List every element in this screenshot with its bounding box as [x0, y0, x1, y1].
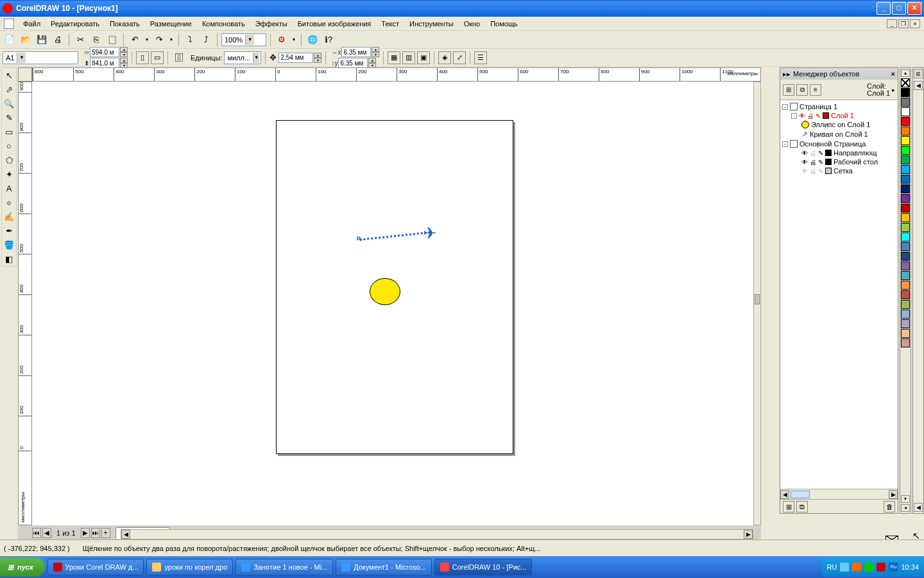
docker-options-button[interactable]: ▸ [892, 87, 895, 93]
menu-text[interactable]: Текст [376, 19, 404, 29]
tree-ellipse-row[interactable]: Эллипс on Слой 1 [782, 120, 896, 129]
taskbar-item-3[interactable]: Документ1 - Microso... [336, 559, 431, 575]
editable-icon[interactable]: ✎ [818, 159, 823, 166]
printable-icon[interactable]: 🖨 [810, 150, 816, 157]
horizontal-ruler[interactable]: 6005004003002001000100200300400500600700… [32, 67, 761, 82]
paper-size-combo[interactable]: A1 ▼ [3, 51, 78, 64]
color-swatch[interactable] [901, 175, 910, 184]
whats-this-button[interactable]: ℹ? [321, 33, 336, 47]
new-master-layer-button[interactable]: ⧉ [796, 501, 808, 512]
docker-titlebar[interactable]: ▸▸ Менеджер объектов × [780, 68, 898, 80]
layer-color-swatch[interactable] [825, 150, 832, 156]
import-button[interactable]: ⤵ [183, 33, 197, 47]
expand-icon[interactable]: - [782, 141, 788, 147]
tree-desktop-row[interactable]: 👁 🖨 ✎ Рабочий стол [782, 157, 896, 166]
color-swatch[interactable] [901, 319, 910, 328]
zoom-combo[interactable]: 100% ▼ [221, 33, 266, 46]
eyedropper-tool[interactable]: ✍ [2, 209, 16, 223]
layer-manager-view-button[interactable]: ≡ [810, 84, 821, 96]
interactive-fill-tool[interactable]: ◧ [2, 252, 16, 266]
redo-dropdown[interactable]: ▾ [168, 33, 175, 47]
language-indicator[interactable]: RU [827, 563, 837, 571]
color-swatch[interactable] [901, 155, 910, 164]
editable-icon[interactable]: ✎ [816, 112, 821, 119]
page-width-spin[interactable]: ⬄ ▴▾ [83, 47, 128, 57]
color-swatch[interactable] [901, 232, 910, 241]
visible-icon[interactable]: 👁 [801, 159, 808, 166]
rectangle-tool[interactable]: ▭ [2, 125, 16, 139]
width-down[interactable]: ▾ [120, 52, 128, 57]
color-swatch[interactable] [901, 281, 910, 290]
horizontal-scrollbar[interactable]: ◀ ▶ [121, 529, 753, 539]
options-button[interactable]: ☰ [474, 51, 487, 64]
taskbar-item-2[interactable]: Занятие 1 новое - Mi... [235, 559, 333, 575]
redo-button[interactable]: ↷ [152, 33, 166, 47]
tray-icon-1[interactable] [840, 563, 849, 572]
dup-x-input[interactable] [341, 47, 371, 57]
save-button[interactable]: 💾 [35, 33, 49, 47]
units-arrow[interactable]: ▼ [253, 53, 259, 63]
mdi-restore-button[interactable]: ❐ [898, 19, 909, 28]
color-swatch[interactable] [901, 165, 910, 174]
color-swatch[interactable] [901, 98, 910, 107]
color-swatch[interactable] [901, 136, 910, 145]
cut-button[interactable]: ✂ [73, 33, 87, 47]
tray-icon-3[interactable] [864, 563, 873, 572]
fill-tool[interactable]: 🪣 [2, 238, 16, 252]
zoom-tool[interactable]: 🔍 [2, 96, 16, 110]
tree-page-row[interactable]: - Страница 1 [782, 102, 896, 111]
system-tray[interactable]: RU Ru 10:34 [822, 557, 924, 577]
app-launcher-arrow[interactable]: ▾ [291, 33, 297, 47]
undo-dropdown[interactable]: ▾ [144, 33, 150, 47]
app-launcher-button[interactable]: ⚙ [275, 33, 289, 47]
docker-hscroll-left[interactable]: ◀ [780, 490, 789, 499]
next-page-button[interactable]: ▶ [81, 528, 90, 538]
minimize-button[interactable]: _ [877, 2, 891, 15]
all-pages-button[interactable]: ⿲ [172, 51, 186, 65]
tree-layer1-row[interactable]: - 👁 🖨 ✎ Слой 1 [782, 111, 896, 120]
mdi-minimize-button[interactable]: _ [887, 19, 897, 28]
color-swatch[interactable] [901, 310, 910, 319]
menu-file[interactable]: Файл [18, 19, 46, 29]
clock[interactable]: 10:34 [901, 563, 919, 571]
new-button[interactable]: 📄 [3, 33, 17, 47]
docker-close-button[interactable]: × [891, 70, 895, 78]
delete-button[interactable]: 🗑 [884, 501, 895, 512]
color-swatch[interactable] [901, 107, 910, 116]
nudge-spin[interactable]: ▴▾ [278, 53, 321, 63]
color-swatch[interactable] [901, 204, 910, 213]
print-button[interactable]: 🖨 [51, 33, 65, 47]
page-height-input[interactable] [90, 58, 119, 68]
color-swatch[interactable] [901, 252, 910, 261]
paste-button[interactable]: 📋 [105, 33, 119, 47]
color-swatch[interactable] [901, 223, 910, 232]
ellipse-object[interactable] [370, 278, 400, 305]
freehand-tool[interactable]: ✎ [2, 110, 16, 125]
docker-expand-button[interactable]: ⊞ [914, 69, 923, 78]
page-height-spin[interactable]: ⬍ ▴▾ [83, 58, 128, 68]
corel-online-button[interactable]: 🌐 [305, 33, 320, 47]
editable-icon[interactable]: ✎ [818, 150, 823, 157]
color-swatch[interactable] [901, 213, 910, 222]
docker-hscroll-thumb[interactable] [791, 491, 810, 498]
palette-down-button[interactable]: ▾ [901, 495, 910, 503]
pick-tool[interactable]: ↖ [2, 68, 16, 82]
vscroll-thumb[interactable] [755, 294, 760, 304]
taskbar-item-1[interactable]: уроки по корел дро [146, 559, 233, 575]
edit-across-layers-button[interactable]: ⧉ [796, 84, 808, 96]
no-color-swatch[interactable] [901, 78, 910, 87]
tree-grid-row[interactable]: 👁 🖨 ✎ Сетка [782, 166, 896, 175]
visible-icon[interactable]: 👁 [801, 150, 808, 157]
dup-x-spin[interactable]: ↔x ▴▾ [330, 47, 379, 57]
menu-window[interactable]: Окно [459, 19, 486, 29]
menu-layout[interactable]: Размещение [145, 19, 197, 29]
docker-collapse-bottom[interactable]: ◀ [914, 503, 923, 512]
snap-grid-button[interactable]: ▦ [388, 51, 400, 64]
ruler-origin[interactable] [18, 67, 32, 82]
dup-y-input[interactable] [338, 58, 368, 68]
mdi-close-button[interactable]: × [910, 19, 920, 28]
units-combo[interactable]: милл... ▼ [224, 51, 261, 64]
copy-button[interactable]: ⎘ [89, 33, 103, 47]
palette-flyout-button[interactable]: ◂ [901, 504, 910, 512]
color-swatch[interactable] [901, 194, 910, 203]
